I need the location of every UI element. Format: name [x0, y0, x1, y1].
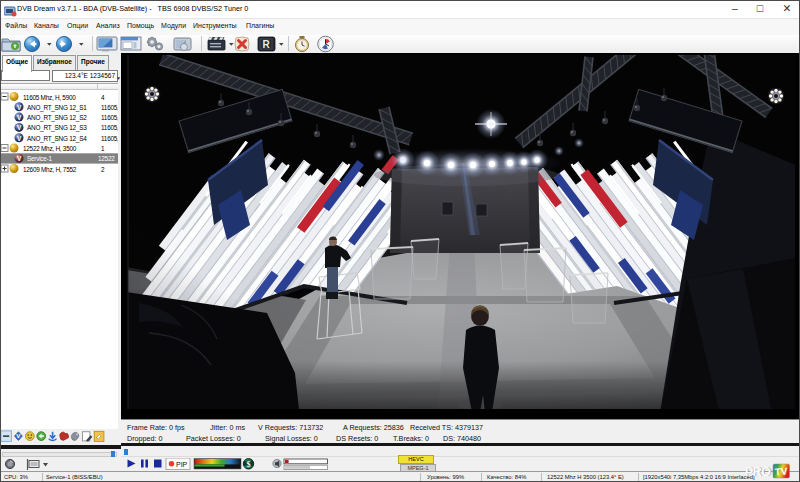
svg-text:TV: TV	[774, 466, 788, 478]
svg-text:PRO: PRO	[745, 465, 771, 479]
